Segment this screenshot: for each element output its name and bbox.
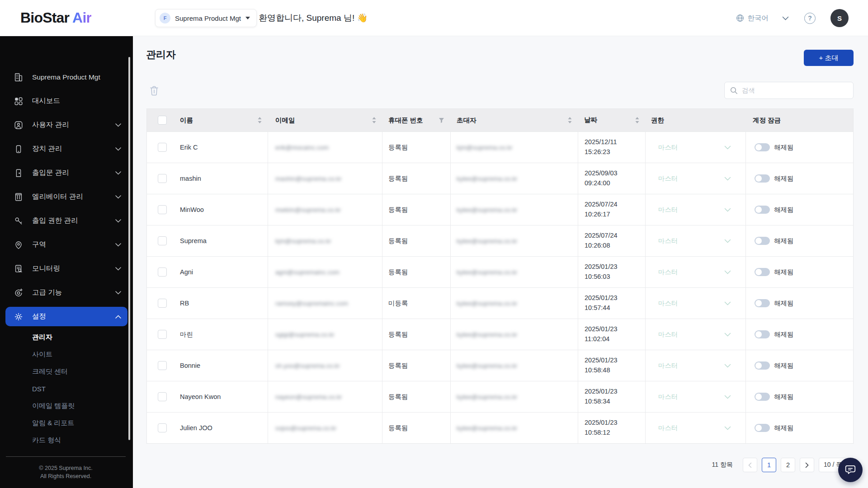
col-name[interactable]: 이름	[180, 116, 193, 125]
submenu-item-sites[interactable]: 사이트	[0, 346, 133, 363]
user-avatar[interactable]: S	[830, 9, 849, 27]
table-body: Erik C erik@mocainc.com 등록됨 kjm@suprema.…	[147, 131, 853, 443]
col-email[interactable]: 이메일	[275, 116, 295, 125]
chevron-down-icon	[115, 195, 121, 199]
account-lock-toggle[interactable]	[755, 299, 770, 307]
account-lock-toggle[interactable]	[755, 361, 770, 370]
sidebar-item-devices[interactable]: 장치 관리	[0, 137, 133, 161]
submenu-item-admins[interactable]: 관리자	[0, 328, 133, 346]
role-select-value[interactable]: 마스터	[658, 424, 678, 432]
table-row: Agni agni@supremainc.com 등록됨 kylee@supre…	[147, 256, 853, 287]
admin-table: 이름 이메일 휴대폰 번호 초대자 날짜 권한 계정 잠금 Erik C	[146, 108, 854, 444]
role-select-value[interactable]: 마스터	[658, 330, 678, 339]
sidebar-item-monitoring[interactable]: 모니터링	[0, 257, 133, 281]
search-input[interactable]	[742, 87, 848, 94]
row-checkbox[interactable]	[158, 174, 167, 183]
inviter-email-blurred: kylee@suprema.co.kr	[457, 300, 518, 307]
sidebar-item-label: 출입문 관리	[32, 168, 69, 178]
chevron-down-icon	[115, 147, 121, 151]
sidebar-item-site[interactable]: Suprema Product Mgt	[0, 65, 133, 89]
globe-icon	[736, 14, 744, 22]
sidebar-item-advanced[interactable]: 고급 기능	[0, 281, 133, 305]
submenu-item-alerts-reports[interactable]: 알림 & 리포트	[0, 414, 133, 432]
sidebar-item-dashboard[interactable]: 대시보드	[0, 89, 133, 113]
admin-name: Erik C	[180, 144, 198, 151]
invite-button[interactable]: + 초대	[804, 50, 854, 66]
role-select-value[interactable]: 마스터	[658, 268, 678, 277]
submenu-item-dst[interactable]: DST	[0, 380, 133, 397]
account-lock-toggle[interactable]	[755, 330, 770, 338]
sidebar-item-label: 구역	[32, 240, 46, 249]
phone-status: 등록됨	[388, 237, 408, 245]
row-checkbox[interactable]	[158, 392, 167, 401]
submenu-item-card-format[interactable]: 카드 형식	[0, 432, 133, 449]
pagination-prev-button[interactable]	[743, 458, 757, 472]
sidebar-scrollbar[interactable]	[128, 57, 130, 440]
account-lock-toggle[interactable]	[755, 268, 770, 276]
sidebar-item-settings[interactable]: 설정	[5, 307, 127, 326]
account-lock-toggle[interactable]	[755, 393, 770, 401]
role-select-value[interactable]: 마스터	[658, 393, 678, 401]
col-date[interactable]: 날짜	[584, 115, 597, 125]
chat-fab-button[interactable]	[838, 458, 863, 482]
toggle-knob	[755, 269, 762, 275]
chevron-down-icon	[115, 267, 121, 271]
row-checkbox[interactable]	[158, 330, 167, 339]
role-select-value[interactable]: 마스터	[658, 361, 678, 370]
lock-status-label: 해제됨	[774, 330, 794, 339]
sidebar-item-label: 대시보드	[32, 96, 60, 106]
account-lock-toggle[interactable]	[755, 424, 770, 432]
help-button[interactable]: ?	[804, 13, 816, 24]
pagination-page-2[interactable]: 2	[781, 458, 795, 472]
account-lock-toggle[interactable]	[755, 174, 770, 183]
role-select-value[interactable]: 마스터	[658, 174, 678, 183]
select-all-checkbox[interactable]	[158, 116, 167, 125]
invited-time: 11:02:04	[585, 334, 618, 344]
col-inviter[interactable]: 초대자	[457, 116, 476, 125]
row-checkbox[interactable]	[158, 236, 167, 245]
delete-button[interactable]	[149, 84, 160, 97]
role-select-value[interactable]: 마스터	[658, 143, 678, 152]
role-select-value[interactable]: 마스터	[658, 206, 678, 214]
chevron-down-icon	[115, 219, 121, 223]
account-lock-toggle[interactable]	[755, 206, 770, 214]
filter-icon[interactable]	[439, 117, 444, 123]
row-checkbox[interactable]	[158, 205, 167, 214]
admin-email-blurred: ramsey@supremainc.com	[275, 300, 348, 307]
chevron-down-icon[interactable]	[782, 16, 789, 20]
sort-icon[interactable]	[372, 117, 376, 123]
row-checkbox[interactable]	[158, 267, 167, 277]
submenu-item-email-template[interactable]: 이메일 템플릿	[0, 397, 133, 414]
pagination-next-button[interactable]	[800, 458, 814, 472]
invited-datetime: 2025/01/23 10:57:44	[585, 293, 618, 313]
site-selector[interactable]: F Suprema Product Mgt	[155, 9, 257, 27]
monitoring-icon	[14, 264, 24, 274]
chevron-down-icon	[724, 177, 731, 181]
sidebar-item-access[interactable]: 출입 권한 관리	[0, 209, 133, 233]
row-checkbox[interactable]	[158, 361, 167, 370]
building-icon	[14, 72, 24, 82]
col-phone[interactable]: 휴대폰 번호	[388, 116, 423, 125]
sidebar-item-users[interactable]: 사용자 관리	[0, 113, 133, 137]
sort-icon[interactable]	[635, 117, 639, 123]
row-checkbox[interactable]	[158, 143, 167, 152]
sidebar-item-elevators[interactable]: 엘리베이터 관리	[0, 185, 133, 209]
pagination-page-1[interactable]: 1	[762, 458, 776, 472]
sidebar-item-label: Suprema Product Mgt	[32, 73, 100, 81]
app-logo: BioStar Air	[20, 9, 91, 26]
sidebar-item-doors[interactable]: 출입문 관리	[0, 161, 133, 185]
table-row: Bonnie sh.yoo@suprema.co.kr 등록됨 kylee@su…	[147, 350, 853, 381]
role-select-value[interactable]: 마스터	[658, 237, 678, 245]
submenu-item-credit-center[interactable]: 크레딧 센터	[0, 363, 133, 380]
sidebar-item-zones[interactable]: 구역	[0, 233, 133, 257]
sidebar-menu: Suprema Product Mgt 대시보드 사용자 관리 장치 관리	[0, 36, 133, 449]
row-checkbox[interactable]	[158, 299, 167, 308]
row-checkbox[interactable]	[158, 423, 167, 432]
role-select-value[interactable]: 마스터	[658, 299, 678, 308]
sidebar-item-label: 사용자 관리	[32, 120, 69, 130]
language-selector[interactable]: 한국어	[736, 14, 769, 23]
sort-icon[interactable]	[258, 117, 262, 123]
sort-icon[interactable]	[568, 117, 572, 123]
account-lock-toggle[interactable]	[755, 143, 770, 151]
account-lock-toggle[interactable]	[755, 237, 770, 245]
